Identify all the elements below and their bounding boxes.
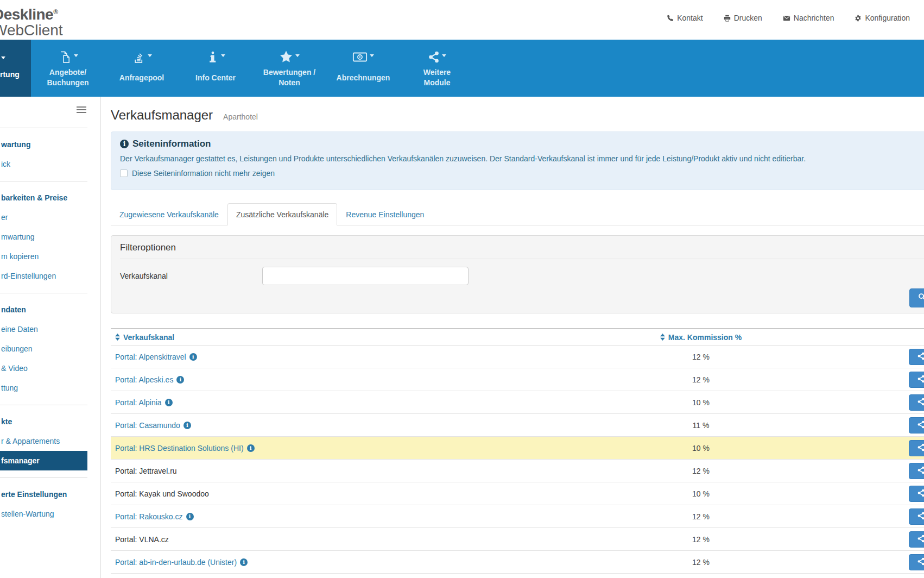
star-icon (279, 50, 293, 66)
hide-info-checkbox-label: Diese Seiteninformation nicht mehr zeige… (132, 169, 275, 178)
tab[interactable]: Zugewiesene Verkaufskanäle (111, 203, 227, 225)
sidebar-item[interactable]: r & Appartements (0, 431, 87, 451)
tab[interactable]: Revenue Einstellungen (337, 203, 433, 225)
sidebar-item[interactable]: eibungen (0, 339, 87, 359)
sidebar-group-header: kte (0, 412, 87, 431)
assign-channel-button[interactable] (909, 440, 924, 456)
column-header-max-commission[interactable]: Max. Kommission % (592, 333, 809, 342)
sidebar-group-header: barkeiten & Preise (0, 188, 87, 208)
nav-item[interactable]: Abrechnungen (326, 40, 400, 97)
sales-channel-link[interactable]: Portal: Alpinia i (115, 398, 173, 407)
search-icon (918, 293, 924, 303)
header-link-label: Drucken (734, 14, 762, 22)
sidebar-menu: wartung ick barkeiten & Preise (0, 97, 87, 524)
sidebar-item[interactable]: mwartung (0, 227, 87, 247)
info-box-text: Der Verkaufsmanager gestattet es, Leistu… (120, 154, 924, 163)
nav-item[interactable]: Anfragepool (105, 40, 179, 97)
info-icon[interactable]: i (189, 353, 197, 361)
stack-icon (132, 51, 145, 66)
sales-channel-link[interactable]: Portal: Casamundo i (115, 421, 191, 430)
nav-item[interactable]: Bewertungen / Noten (252, 40, 326, 97)
sidebar-divider (0, 181, 87, 181)
nav-item[interactable]: Info Center (179, 40, 252, 97)
column-header-sales-channel[interactable]: Verkaufskanal (111, 333, 592, 342)
nav-item-label: Bewertungen / Noten (263, 66, 315, 89)
info-icon[interactable]: i (165, 399, 173, 406)
table-row: Portal: VLNA.cz 12 % (111, 528, 924, 551)
tab[interactable]: Zusätzliche Verkaufskanäle (227, 203, 337, 225)
header-link[interactable]: Drucken (724, 14, 762, 22)
sidebar-item[interactable]: ick (0, 154, 87, 174)
assign-channel-button[interactable] (909, 486, 924, 502)
sidebar-item[interactable]: rd-Einstellungen (0, 266, 87, 286)
header-link[interactable]: Kontakt (667, 14, 703, 22)
filter-panel: Filteroptionen Verkaufskanal (111, 235, 924, 313)
filter-panel-title: Filteroptionen (120, 242, 924, 259)
sidebar-item[interactable]: er (0, 208, 87, 227)
nav-item-label: Angebote/ Buchungen (47, 66, 89, 89)
sales-channel-link[interactable]: Portal: Alpeski.es i (115, 375, 184, 384)
assign-channel-button[interactable] (909, 349, 924, 365)
search-button[interactable] (909, 288, 924, 307)
sales-channel-link[interactable]: Portal: ab-in-den-urlaub.de (Unister) i (115, 558, 248, 567)
assign-channel-button[interactable] (909, 394, 924, 411)
share-alt-icon (917, 352, 924, 362)
share-alt-icon (917, 489, 924, 499)
hide-info-checkbox[interactable] (120, 169, 128, 177)
max-commission-value: 12 % (592, 353, 809, 361)
header-link[interactable]: Konfiguration (855, 14, 910, 22)
sales-channel-link[interactable]: Portal: Alpenskitravel i (115, 353, 197, 361)
sidebar-item-active[interactable]: fsmanager (0, 451, 87, 470)
top-header: Deskline® WebClient Kontakt Drucken Nach… (0, 0, 924, 40)
sort-icon (660, 334, 665, 341)
sidebar-item[interactable]: stellen-Wartung (0, 504, 87, 524)
max-commission-value: 12 % (592, 467, 809, 475)
assign-channel-button[interactable] (909, 463, 924, 479)
sidebar-item[interactable]: eine Daten (0, 319, 87, 339)
sidebar-item[interactable]: & Video (0, 359, 87, 378)
info-icon (206, 51, 219, 66)
share-alt-icon (917, 557, 924, 567)
sidebar-divider (0, 478, 87, 478)
phone-icon (667, 15, 674, 22)
sidebar-item[interactable]: ttung (0, 378, 87, 398)
sales-channel-link[interactable]: Portal: Kayak und Swoodoo (115, 489, 209, 498)
share-alt-icon (917, 375, 924, 385)
nav-item[interactable]: Weitere Module (400, 40, 474, 97)
nav-item[interactable]: Angebote/ Buchungen (31, 40, 105, 97)
chevron-down-icon (370, 54, 374, 57)
sales-channel-link[interactable]: Portal: Rakousko.cz i (115, 512, 194, 521)
documents-icon (58, 51, 72, 66)
sidebar-collapse-icon[interactable] (77, 105, 86, 115)
share-alt-icon (917, 466, 924, 476)
sales-channel-link[interactable]: Portal: Jettravel.ru (115, 467, 177, 475)
share-alt-icon (917, 535, 924, 544)
assign-channel-button[interactable] (909, 554, 924, 570)
page-info-box: i Seiteninformation Der Verkaufsmanager … (111, 131, 924, 190)
chevron-down-icon (74, 54, 78, 57)
info-icon: i (120, 140, 129, 148)
assign-channel-button[interactable] (909, 417, 924, 434)
sales-channel-filter-input[interactable] (262, 267, 469, 285)
table-row: Portal: Jettravel.ru 12 % (111, 460, 924, 482)
page-subtitle: Aparthotel (223, 112, 258, 121)
assign-channel-button[interactable] (909, 531, 924, 548)
info-icon[interactable]: i (240, 558, 248, 566)
info-icon[interactable]: i (186, 513, 194, 520)
assign-channel-button[interactable] (909, 372, 924, 388)
header-link[interactable]: Nachrichten (783, 14, 834, 22)
assign-channel-button[interactable] (909, 508, 924, 525)
sidebar-item[interactable]: m kopieren (0, 247, 87, 266)
sales-channel-link[interactable]: Portal: VLNA.cz (115, 535, 169, 544)
share-alt-icon (917, 398, 924, 407)
nav-item-active-partial[interactable]: rtung (0, 40, 31, 97)
max-commission-value: 12 % (592, 375, 809, 384)
info-box-title: Seiteninformation (132, 139, 211, 149)
info-icon[interactable]: i (176, 376, 184, 384)
sales-channel-link[interactable]: Portal: HRS Destination Solutions (HI) i (115, 444, 255, 453)
info-icon[interactable]: i (247, 444, 255, 452)
table-row: Portal: Alpenskitravel i 12 % (111, 345, 924, 368)
nav-item-label: rtung (0, 70, 20, 79)
info-icon[interactable]: i (183, 422, 191, 429)
nav-item-label: Anfragepool (119, 66, 164, 89)
